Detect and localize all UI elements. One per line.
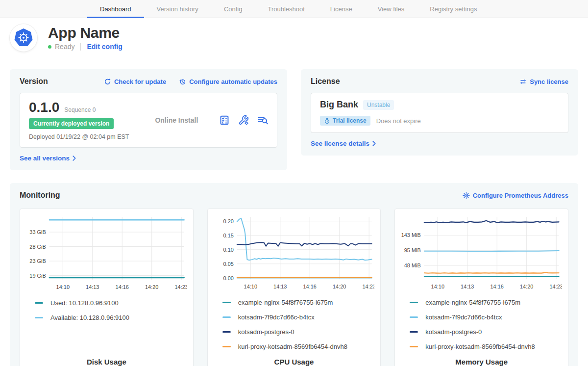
- chart-graph: 14:1014:1314:1614:2014:2348 MiB95 MiB143…: [401, 214, 562, 292]
- edit-config-link[interactable]: Edit config: [87, 43, 122, 51]
- monitoring-head: Monitoring Configure Prometheus Address: [20, 190, 568, 201]
- svg-text:19 GiB: 19 GiB: [29, 273, 46, 279]
- svg-text:14:13: 14:13: [86, 284, 99, 290]
- legend-swatch: [222, 331, 231, 333]
- trial-license-badge: Trial license: [320, 116, 370, 126]
- legend-swatch: [35, 317, 43, 318]
- chart-title: CPU Usage: [214, 358, 375, 366]
- chart-title: Memory Usage: [401, 358, 562, 366]
- check-for-update-link[interactable]: Check for update: [104, 78, 166, 85]
- cards-row: Version Check for update: [10, 69, 578, 170]
- svg-text:14:10: 14:10: [56, 284, 70, 290]
- tab-view-files[interactable]: View files: [365, 0, 417, 18]
- configure-prometheus-link[interactable]: Configure Prometheus Address: [463, 192, 568, 199]
- chart-card: 14:1014:1314:1614:2014:2348 MiB95 MiB143…: [394, 209, 568, 366]
- header-text: App Name Ready Edit config: [48, 25, 122, 51]
- version-sequence: Sequence 0: [64, 106, 96, 113]
- legend-swatch: [222, 302, 231, 303]
- chart-graph: 14:1014:1314:1614:2014:230.000.050.100.1…: [214, 214, 375, 292]
- svg-text:33 GiB: 33 GiB: [29, 229, 46, 235]
- config-wrench-icon[interactable]: [238, 115, 249, 126]
- svg-text:0.15: 0.15: [223, 233, 233, 238]
- tab-troubleshoot[interactable]: Troubleshoot: [255, 0, 317, 18]
- svg-text:0.00: 0.00: [223, 275, 233, 281]
- svg-text:14:16: 14:16: [116, 284, 129, 290]
- version-card-title: Version: [20, 77, 48, 86]
- license-box: Big Bank Unstable Trial license Does not…: [311, 93, 568, 133]
- chart-graph: 14:1014:1314:1614:2014:2319 GiB23 GiB28 …: [26, 214, 187, 292]
- license-type-row: Trial license Does not expire: [320, 116, 559, 126]
- legend-swatch: [35, 302, 43, 304]
- svg-text:14:10: 14:10: [244, 284, 257, 289]
- license-name-row: Big Bank Unstable: [320, 100, 559, 110]
- legend-swatch: [222, 346, 231, 347]
- current-version-box: 0.1.0 Sequence 0 Currently deployed vers…: [20, 93, 277, 148]
- svg-text:14:16: 14:16: [490, 284, 504, 289]
- stopwatch-icon: [324, 118, 330, 124]
- svg-text:14:13: 14:13: [461, 284, 474, 289]
- version-info: 0.1.0 Sequence 0 Currently deployed vers…: [29, 100, 134, 140]
- chart-title: Disk Usage: [26, 358, 187, 366]
- app-header: App Name Ready Edit config: [10, 24, 578, 52]
- tab-registry-settings[interactable]: Registry settings: [417, 0, 490, 18]
- ready-status-dot: [48, 45, 51, 49]
- legend-item: Used: 10.128.0.96:9100: [35, 299, 187, 307]
- tab-license[interactable]: License: [318, 0, 365, 18]
- svg-text:95 MiB: 95 MiB: [404, 247, 421, 253]
- legend-swatch: [410, 316, 418, 318]
- sync-icon: [519, 78, 527, 85]
- legend-label: kurl-proxy-kotsadm-8569fb6454-dnvh8: [425, 343, 535, 350]
- svg-text:28 GiB: 28 GiB: [29, 244, 46, 250]
- chart-legend: example-nginx-54f8f76755-l675mkotsadm-7f…: [401, 299, 562, 358]
- configure-automatic-updates-link[interactable]: Configure automatic updates: [179, 78, 277, 85]
- version-card-head: Version Check for update: [20, 76, 277, 87]
- legend-item: Available: 10.128.0.96:9100: [35, 314, 187, 321]
- legend-item: example-nginx-54f8f76755-l675m: [410, 299, 562, 306]
- view-logs-icon[interactable]: [257, 115, 268, 126]
- tab-version-history[interactable]: Version history: [144, 0, 211, 18]
- tab-dashboard[interactable]: Dashboard: [87, 0, 144, 18]
- license-card-head: License Sync license: [311, 76, 568, 87]
- legend-swatch: [222, 316, 231, 318]
- see-license-details-link[interactable]: See license details: [311, 140, 376, 147]
- main-content: App Name Ready Edit config Version: [0, 24, 588, 366]
- app-logo: [10, 24, 37, 52]
- legend-label: kotsadm-postgres-0: [238, 328, 294, 336]
- tab-config[interactable]: Config: [211, 0, 255, 18]
- refresh-icon: [104, 78, 111, 85]
- svg-text:14:23: 14:23: [362, 284, 374, 289]
- svg-text:0.05: 0.05: [223, 261, 233, 267]
- svg-text:14:23: 14:23: [550, 284, 562, 289]
- legend-label: example-nginx-54f8f76755-l675m: [238, 299, 333, 306]
- svg-text:0.10: 0.10: [223, 247, 233, 253]
- chart-legend: example-nginx-54f8f76755-l675mkotsadm-7f…: [214, 299, 375, 358]
- version-number: 0.1.0: [29, 100, 59, 115]
- version-card: Version Check for update: [10, 69, 287, 170]
- legend-label: kurl-proxy-kotsadm-8569fb6454-dnvh8: [238, 343, 347, 350]
- legend-label: Available: 10.128.0.96:9100: [50, 314, 129, 321]
- version-card-actions: Check for update Configure automatic upd…: [104, 78, 277, 85]
- install-type-label: Online Install: [134, 116, 219, 124]
- legend-item: kotsadm-postgres-0: [410, 328, 562, 336]
- chevron-right-icon: [372, 141, 376, 146]
- chart-legend: Used: 10.128.0.96:9100Available: 10.128.…: [26, 299, 187, 329]
- legend-item: example-nginx-54f8f76755-l675m: [222, 299, 375, 306]
- chart-card: 14:1014:1314:1614:2014:230.000.050.100.1…: [207, 209, 381, 366]
- legend-item: kurl-proxy-kotsadm-8569fb6454-dnvh8: [410, 343, 562, 350]
- legend-label: Used: 10.128.0.96:9100: [50, 299, 119, 307]
- svg-text:14:16: 14:16: [303, 284, 316, 289]
- svg-text:48 MiB: 48 MiB: [404, 262, 421, 268]
- license-card-title: License: [311, 77, 340, 86]
- monitoring-section: Monitoring Configure Prometheus Address …: [10, 183, 578, 366]
- sync-license-link[interactable]: Sync license: [519, 78, 568, 85]
- legend-label: example-nginx-54f8f76755-l675m: [425, 299, 520, 306]
- preflight-checks-icon[interactable]: [219, 115, 230, 126]
- svg-text:14:13: 14:13: [273, 284, 287, 289]
- svg-text:143 MiB: 143 MiB: [401, 232, 421, 238]
- deployed-timestamp: Deployed 01/19/22 @ 02:04 pm EST: [29, 133, 134, 140]
- svg-text:14:23: 14:23: [174, 284, 187, 290]
- svg-text:23 GiB: 23 GiB: [29, 258, 46, 264]
- svg-text:0.20: 0.20: [223, 218, 233, 224]
- kubernetes-icon: [14, 28, 33, 48]
- see-all-versions-link[interactable]: See all versions: [20, 155, 76, 162]
